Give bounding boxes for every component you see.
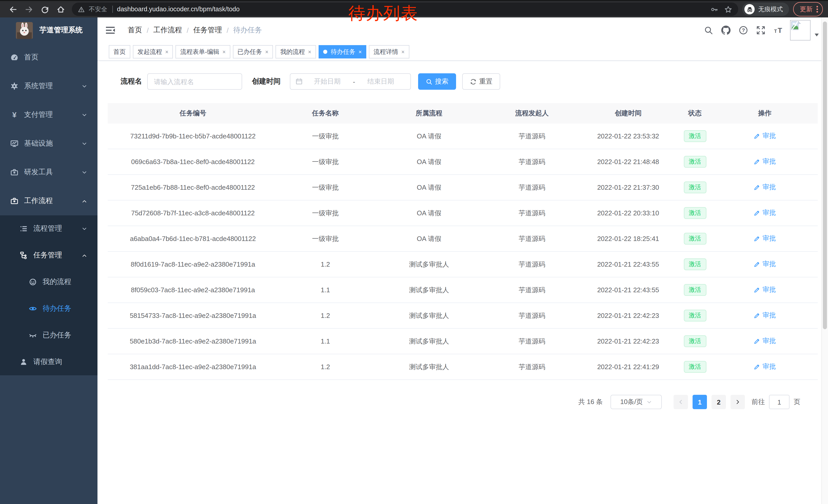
tab-todo-tasks[interactable]: 待办任务 × xyxy=(319,45,367,58)
column-header-actions: 操作 xyxy=(712,103,818,124)
task-name: 一级审批 xyxy=(278,175,372,200)
page-size-select[interactable]: 10条/页 xyxy=(611,395,662,409)
goto-page-input[interactable] xyxy=(769,395,790,409)
page-unit-label: 页 xyxy=(794,397,800,407)
sidebar-item-devtools[interactable]: 研发工具 xyxy=(0,158,97,187)
sidebar-item-done-tasks[interactable]: 已办任务 xyxy=(0,322,97,349)
approve-label: 审批 xyxy=(762,260,776,269)
sidebar-item-todo-tasks[interactable]: 待办任务 xyxy=(0,295,97,322)
sidebar: 芋道管理系统 首页 系统管理 ¥ 支付管理 基础设施 研发工具 工作 xyxy=(0,17,97,504)
back-icon[interactable] xyxy=(9,5,17,13)
approve-button[interactable]: 审批 xyxy=(754,183,776,192)
approve-button[interactable]: 审批 xyxy=(754,336,776,346)
search-icon[interactable] xyxy=(704,26,713,35)
sidebar-collapse-icon[interactable] xyxy=(105,25,115,35)
page-number-1[interactable]: 1 xyxy=(693,395,707,409)
forward-icon[interactable] xyxy=(25,5,33,13)
approve-button[interactable]: 审批 xyxy=(754,311,776,320)
sidebar-item-payment[interactable]: ¥ 支付管理 xyxy=(0,100,97,129)
status-badge: 激活 xyxy=(684,156,706,168)
task-process: OA 请假 xyxy=(372,175,485,200)
sidebar-item-home[interactable]: 首页 xyxy=(0,43,97,72)
process-name-label: 流程名 xyxy=(121,77,142,86)
github-icon[interactable] xyxy=(721,26,731,35)
sidebar-item-process-mgmt[interactable]: 流程管理 xyxy=(0,215,97,242)
tab-start-process[interactable]: 发起流程 × xyxy=(133,45,173,58)
tab-process-detail[interactable]: 流程详情 × xyxy=(369,45,409,58)
task-process: 测试多审批人 xyxy=(372,277,485,303)
sidebar-item-my-process[interactable]: 我的流程 xyxy=(0,269,97,295)
sidebar-logo-row[interactable]: 芋道管理系统 xyxy=(0,17,97,43)
svg-text:?: ? xyxy=(742,28,745,33)
breadcrumb-separator: / xyxy=(147,26,149,34)
approve-label: 审批 xyxy=(762,209,776,218)
page-number-2[interactable]: 2 xyxy=(711,395,726,409)
active-tab-dot xyxy=(323,50,327,54)
status-badge: 激活 xyxy=(684,259,706,270)
approve-button[interactable]: 审批 xyxy=(754,234,776,243)
approve-button[interactable]: 审批 xyxy=(754,132,776,141)
chevron-down-icon xyxy=(82,112,87,118)
sidebar-item-system[interactable]: 系统管理 xyxy=(0,72,97,100)
scrollbar[interactable] xyxy=(821,17,828,504)
approve-label: 审批 xyxy=(762,336,776,346)
sidebar-item-infra[interactable]: 基础设施 xyxy=(0,129,97,158)
reload-icon[interactable] xyxy=(41,5,49,13)
table-row: 381aa1dd-7ac8-11ec-a9e2-a2380e71991a 1.2… xyxy=(108,354,818,380)
fullscreen-icon[interactable] xyxy=(756,26,765,35)
sidebar-item-task-mgmt[interactable]: 任务管理 xyxy=(0,242,97,269)
bookmark-star-icon[interactable] xyxy=(724,5,732,13)
chrome-update-button[interactable]: 更新 xyxy=(793,2,823,16)
total-count: 共 16 条 xyxy=(578,397,603,407)
close-icon[interactable]: × xyxy=(165,49,169,55)
task-starter: 芋道源码 xyxy=(486,328,579,354)
avatar[interactable] xyxy=(790,20,811,41)
menu-dots-icon[interactable] xyxy=(816,5,818,13)
home-icon[interactable] xyxy=(56,5,65,13)
next-page-button[interactable] xyxy=(731,395,745,409)
sidebar-item-workflow[interactable]: 工作流程 xyxy=(0,187,97,215)
create-time-label: 创建时间 xyxy=(252,77,281,86)
prev-page-button[interactable] xyxy=(673,395,688,409)
status-badge: 激活 xyxy=(684,208,706,219)
tab-label: 已办任务 xyxy=(238,47,262,56)
process-name-input[interactable] xyxy=(147,73,242,90)
tab-done-tasks[interactable]: 已办任务 × xyxy=(233,45,273,58)
close-icon[interactable]: × xyxy=(359,49,362,55)
approve-button[interactable]: 审批 xyxy=(754,157,776,166)
task-starter: 芋道源码 xyxy=(486,226,579,251)
close-icon[interactable]: × xyxy=(222,49,226,55)
tab-process-form-edit[interactable]: 流程表单-编辑 × xyxy=(176,45,230,58)
date-range-picker[interactable]: 开始日期 - 结束日期 xyxy=(290,73,411,90)
close-icon[interactable]: × xyxy=(265,49,268,55)
close-icon[interactable]: × xyxy=(401,49,405,55)
caret-down-icon[interactable] xyxy=(814,32,820,38)
tab-my-process[interactable]: 我的流程 × xyxy=(276,45,316,58)
table-row: 73211d9d-7b9b-11ec-b5b7-acde48001122 一级审… xyxy=(108,124,818,149)
help-icon[interactable]: ? xyxy=(739,26,748,35)
reset-button[interactable]: 重置 xyxy=(462,73,500,90)
scrollbar-thumb[interactable] xyxy=(823,21,827,329)
approve-button[interactable]: 审批 xyxy=(754,209,776,218)
approve-button[interactable]: 审批 xyxy=(754,362,776,371)
task-time: 2022-01-22 18:25:41 xyxy=(578,226,678,251)
task-id: 8f059c03-7ac8-11ec-a9e2-a2380e71991a xyxy=(108,277,278,303)
font-size-icon[interactable]: TT xyxy=(774,26,783,35)
breadcrumb-workflow[interactable]: 工作流程 xyxy=(153,26,182,35)
tab-home[interactable]: 首页 xyxy=(109,45,130,58)
password-key-icon[interactable] xyxy=(710,5,718,13)
tags-view-bar: 首页 发起流程 × 流程表单-编辑 × 已办任务 × 我的流程 × 待办任务 × xyxy=(97,43,828,61)
task-id: 381aa1dd-7ac8-11ec-a9e2-a2380e71991a xyxy=(108,354,278,380)
task-starter: 芋道源码 xyxy=(486,124,579,149)
task-process: OA 请假 xyxy=(372,149,485,175)
task-id: 73211d9d-7b9b-11ec-b5b7-acde48001122 xyxy=(108,124,278,149)
sidebar-item-leave-query[interactable]: 请假查询 xyxy=(0,349,97,375)
search-button[interactable]: 搜索 xyxy=(418,73,456,90)
sidebar-item-label: 首页 xyxy=(24,53,38,62)
breadcrumb-task-mgmt[interactable]: 任务管理 xyxy=(194,26,222,35)
approve-button[interactable]: 审批 xyxy=(754,260,776,269)
task-process: OA 请假 xyxy=(372,124,485,149)
approve-button[interactable]: 审批 xyxy=(754,285,776,294)
breadcrumb-home[interactable]: 首页 xyxy=(128,26,142,35)
close-icon[interactable]: × xyxy=(308,49,312,55)
